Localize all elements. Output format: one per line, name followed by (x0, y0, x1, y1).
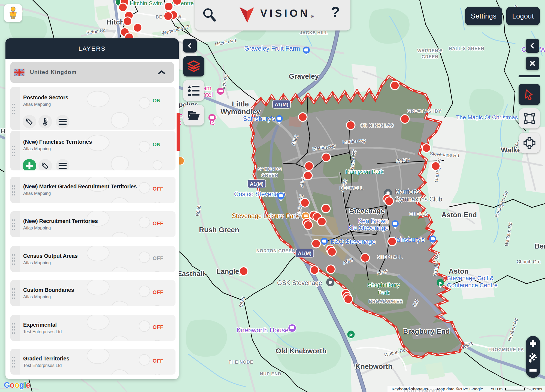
svg-text:Stevenage Golf &: Stevenage Golf & (447, 275, 494, 281)
svg-text:Stevenage: Stevenage (349, 207, 385, 215)
svg-text:Ken Brown: Ken Brown (358, 218, 389, 225)
svg-text:Bragbury End: Bragbury End (403, 327, 450, 335)
svg-text:Sainsbury's: Sainsbury's (243, 115, 275, 122)
svg-text:Gymnastics Club: Gymnastics Club (395, 196, 442, 203)
svg-text:Shephalbury: Shephalbury (368, 282, 400, 288)
svg-text:HALL'S GREEN: HALL'S GREEN (449, 46, 484, 51)
svg-text:VISION: VISION (260, 8, 310, 19)
svg-text:Beni: Beni (535, 242, 545, 250)
svg-text:?: ? (331, 4, 340, 20)
svg-text:Rush Green: Rush Green (199, 226, 239, 234)
svg-text:Kia Stevenage: Kia Stevenage (348, 224, 389, 231)
svg-text:CHELLS: CHELLS (409, 212, 428, 216)
svg-text:A1(M): A1(M) (250, 181, 264, 187)
svg-text:otel: otel (203, 91, 213, 98)
svg-text:NORTON GREEN: NORTON GREEN (256, 249, 295, 253)
svg-text:B1037: B1037 (396, 158, 410, 164)
svg-text:THE NODE: THE NODE (229, 360, 253, 365)
svg-text:JACKS HILL: JACKS HILL (300, 30, 328, 35)
svg-text:BROADWATER: BROADWATER (369, 299, 403, 304)
svg-text:Little: Little (232, 100, 249, 108)
svg-text:GREEN: GREEN (422, 54, 438, 59)
svg-text:BEDWELL: BEDWELL (340, 186, 363, 191)
svg-text:GREEN: GREEN (261, 173, 278, 178)
svg-text:SYMONDS: SYMONDS (258, 167, 282, 171)
svg-text:Old Knebworth: Old Knebworth (276, 347, 326, 355)
svg-text:Knebworth House: Knebworth House (237, 326, 289, 334)
svg-text:Sainsbury's: Sainsbury's (392, 236, 425, 243)
svg-text:Park: Park (378, 289, 390, 296)
svg-text:SHEPHALL: SHEPHALL (377, 255, 403, 259)
svg-text:A1(M): A1(M) (275, 102, 288, 107)
svg-text:GREAT ASHBY: GREAT ASHBY (407, 109, 441, 114)
svg-text:Stevenage Leisure Park: Stevenage Leisure Park (232, 212, 299, 219)
svg-text:Aston End: Aston End (441, 211, 477, 219)
svg-text:GSK Stevenage: GSK Stevenage (277, 279, 322, 286)
svg-text:The Magic Of Christmas: The Magic Of Christmas (456, 114, 518, 120)
svg-text:Marriotts: Marriotts (395, 188, 419, 195)
svg-text:®: ® (311, 14, 314, 19)
svg-text:Hitchin Swim: Hitchin Swim (130, 0, 163, 6)
svg-text:Easthall: Easthall (177, 270, 204, 278)
svg-text:FROGMORE PA: FROGMORE PA (488, 347, 524, 352)
svg-text:Graveley Fruit Farm: Graveley Fruit Farm (244, 45, 300, 52)
svg-text:Conference Centre: Conference Centre (447, 282, 498, 289)
svg-text:Hampson Park: Hampson Park (346, 169, 383, 175)
svg-text:NUP END: NUP END (260, 372, 281, 376)
svg-text:A1(M): A1(M) (298, 251, 311, 256)
svg-text:Wymondley: Wymondley (220, 108, 260, 116)
svg-text:ST. NICHOLAS: ST. NICHOLAS (360, 123, 394, 128)
svg-text:B&Q Stevenage: B&Q Stevenage (331, 238, 376, 245)
svg-text:WARREN'S: WARREN'S (417, 48, 443, 53)
svg-text:Graveley: Graveley (289, 72, 319, 80)
svg-text:Knebworth: Knebworth (355, 362, 392, 370)
svg-text:Aston: Aston (449, 267, 469, 275)
svg-text:Church Grn: Church Grn (517, 259, 541, 264)
